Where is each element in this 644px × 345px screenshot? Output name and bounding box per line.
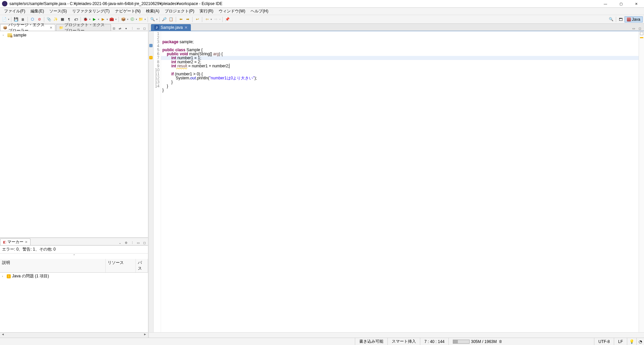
menu-project[interactable]: プロジェクト(P) — [162, 7, 197, 15]
status-encoding[interactable]: UTF-8 — [594, 338, 614, 345]
minimize-view-icon[interactable]: ▭ — [136, 26, 141, 31]
title-bar: sample/src/sample/Sample.java - C:¥pleia… — [0, 0, 644, 8]
code-editor[interactable]: package sample; public class Sample { pu… — [161, 31, 639, 332]
link-editor-icon[interactable]: ⇄ — [118, 26, 122, 31]
debug-button[interactable]: 🐞 — [83, 16, 89, 22]
last-edit-button[interactable]: ↩ — [194, 16, 200, 22]
folder-icon: 📁 — [59, 26, 63, 29]
markers-icon: ◧ — [3, 240, 6, 244]
menu-refactor[interactable]: リファクタリング(T) — [69, 7, 112, 15]
search-button[interactable]: 🔎 — [161, 16, 167, 22]
next-annotation-button[interactable]: ➡ — [184, 16, 191, 22]
expand-icon[interactable]: › — [2, 275, 5, 278]
menu-run[interactable]: 実行(R) — [197, 7, 216, 15]
scroll-right-icon[interactable]: ► — [144, 333, 147, 338]
package-explorer-tree[interactable]: › sample — [0, 31, 148, 237]
collapse-all-icon[interactable]: ⊟ — [112, 26, 116, 31]
tab-markers[interactable]: ◧ マーカー ✕ — [0, 238, 31, 245]
tab-sample-java[interactable]: J Sample.java ✕ — [151, 24, 191, 31]
status-tip-icon[interactable]: 💡 — [627, 338, 636, 345]
menu-search[interactable]: 検索(A) — [143, 7, 162, 15]
save-button[interactable]: 💾 — [13, 16, 19, 22]
tab-package-explorer[interactable]: 📦 パッケージ・エクスプローラー ✕ — [0, 24, 55, 31]
tree-item-sample[interactable]: › sample — [3, 32, 145, 38]
block-select-icon[interactable]: ▦ — [59, 16, 65, 22]
scroll-left-icon[interactable]: ◄ — [1, 333, 4, 338]
col-resource[interactable]: リソース — [106, 259, 136, 272]
minimize-view-icon[interactable]: ▭ — [136, 240, 141, 245]
prev-annotation-button[interactable]: ⬅ — [178, 16, 184, 22]
run-button[interactable]: ▶ — [91, 16, 97, 22]
new-package-button[interactable]: 📦 — [120, 16, 126, 22]
new-folder-button[interactable]: 📁 — [138, 16, 144, 22]
ext-tools-button[interactable]: 🧰 — [109, 16, 115, 22]
back-button[interactable]: ⇦ — [204, 16, 210, 22]
override-marker-icon[interactable] — [149, 44, 153, 47]
minimize-editor-icon[interactable]: ▭ — [631, 26, 636, 31]
tab-markers-label: マーカー — [7, 239, 23, 245]
markers-row[interactable]: › ! Java の問題 (1 項目) — [0, 273, 148, 280]
menu-help[interactable]: ヘルプ(H) — [248, 7, 271, 15]
close-icon[interactable]: ✕ — [50, 26, 52, 29]
open-perspective-button[interactable]: 🗔 — [618, 16, 624, 22]
sort-icon[interactable]: ˄ — [73, 254, 75, 259]
new-button[interactable]: 📄 — [1, 16, 7, 22]
overview-warning-marker[interactable] — [640, 37, 643, 38]
perspective-java[interactable]: Java — [625, 16, 643, 22]
wand-icon[interactable]: ✨ — [53, 16, 59, 22]
menu-navigate[interactable]: ナビゲート(N) — [112, 7, 144, 15]
expand-icon[interactable]: › — [3, 33, 6, 37]
menu-window[interactable]: ウィンドウ(W) — [216, 7, 248, 15]
close-icon[interactable]: ✕ — [184, 25, 187, 30]
status-memory[interactable]: 305M / 1963M 🗑 — [448, 338, 507, 345]
workspace: 📦 パッケージ・エクスプローラー ✕ 📁 プロジェクト・エクスプローラー ⊟ ⇄… — [0, 24, 644, 338]
close-icon[interactable]: ✕ — [25, 240, 28, 244]
minimize-button[interactable]: — — [598, 0, 613, 8]
package-explorer-tabs: 📦 パッケージ・エクスプローラー ✕ 📁 プロジェクト・エクスプローラー ⊟ ⇄… — [0, 24, 148, 31]
quick-access-icon[interactable]: 🔍 — [608, 16, 614, 22]
maximize-button[interactable]: ▢ — [613, 0, 629, 8]
show-whitespace-icon[interactable]: ¶ — [66, 16, 72, 22]
open-type-button[interactable]: 🔍 — [150, 16, 156, 22]
filter-icon[interactable]: ⌄ — [118, 240, 122, 245]
markers-scrollbar[interactable]: ◄ ► — [0, 332, 148, 338]
stop-icon[interactable]: ⊘ — [36, 16, 42, 22]
build-button[interactable]: ⬡ — [30, 16, 36, 22]
menu-bar: ファイル(F) 編集(E) ソース(S) リファクタリング(T) ナビゲート(N… — [0, 8, 644, 15]
col-description[interactable]: 説明 — [0, 259, 106, 272]
col-path[interactable]: パス — [136, 259, 148, 272]
package-icon: 📦 — [3, 26, 7, 29]
annotation-icon[interactable]: 🏷 — [73, 16, 79, 22]
forward-button[interactable]: ⇨ — [213, 16, 219, 22]
view-menu-icon[interactable]: ⋮ — [130, 26, 135, 31]
status-line-ending[interactable]: LF — [614, 338, 627, 345]
status-insert-mode: スマート挿入 — [387, 338, 420, 345]
pin-editor-button[interactable]: 📌 — [224, 16, 230, 22]
coverage-button[interactable]: ▶ — [100, 16, 106, 22]
menu-edit[interactable]: 編集(E) — [28, 7, 47, 15]
new-class-button[interactable]: Ⓒ — [129, 16, 135, 22]
close-button[interactable]: ✕ — [629, 0, 644, 8]
status-updates-icon[interactable]: ◔ — [636, 338, 644, 345]
gc-button[interactable]: 🗑 — [499, 339, 503, 344]
window-title: sample/src/sample/Sample.java - C:¥pleia… — [9, 1, 598, 6]
tab-project-explorer[interactable]: 📁 プロジェクト・エクスプローラー — [56, 24, 111, 31]
save-all-button[interactable]: 🗎 — [20, 16, 26, 22]
java-file-icon: J — [154, 25, 159, 30]
left-pane: 📦 パッケージ・エクスプローラー ✕ 📁 プロジェクト・エクスプローラー ⊟ ⇄… — [0, 24, 149, 338]
maximize-editor-icon[interactable]: ◻ — [637, 26, 642, 31]
config-icon[interactable]: ⚙ — [124, 240, 128, 245]
editor-gutter[interactable]: ! — [149, 31, 154, 332]
maximize-view-icon[interactable]: ◻ — [142, 26, 147, 31]
warning-marker-icon[interactable]: ! — [149, 56, 153, 59]
editor-scrollbar[interactable] — [149, 332, 644, 338]
view-menu-icon[interactable]: ⋮ — [130, 240, 135, 245]
markers-table[interactable]: ˄ 説明 リソース パス › ! Java の問題 (1 項目) — [0, 254, 148, 332]
maximize-view-icon[interactable]: ◻ — [142, 240, 147, 245]
task-button[interactable]: 📋 — [168, 16, 174, 22]
focus-icon[interactable]: ● — [124, 26, 128, 31]
menu-source[interactable]: ソース(S) — [47, 7, 69, 15]
toggle-mark-icon[interactable]: 📎 — [46, 16, 52, 22]
overview-ruler[interactable] — [639, 31, 644, 332]
menu-file[interactable]: ファイル(F) — [1, 7, 28, 15]
